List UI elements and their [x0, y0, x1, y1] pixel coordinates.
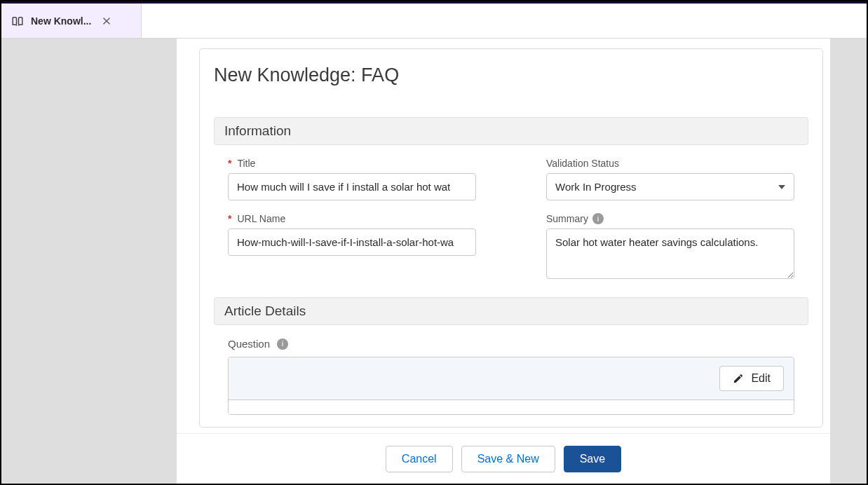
field-summary: Summary i Solar hot water heater savings… — [546, 213, 794, 282]
chevron-down-icon — [778, 185, 785, 189]
question-body[interactable] — [229, 400, 794, 414]
validation-status-select[interactable]: Work In Progress — [546, 173, 794, 200]
action-bar: Cancel Save & New Save — [177, 433, 830, 484]
save-and-new-button[interactable]: Save & New — [461, 446, 555, 472]
field-title: Title — [228, 158, 476, 200]
url-name-label: URL Name — [228, 213, 476, 224]
title-input[interactable] — [228, 173, 476, 200]
question-toolbar: Edit — [229, 357, 794, 400]
page-title: New Knowledge: FAQ — [214, 64, 822, 86]
edit-button-label: Edit — [751, 372, 771, 385]
info-icon: i — [277, 339, 288, 350]
close-icon[interactable] — [98, 13, 115, 29]
cancel-button[interactable]: Cancel — [386, 446, 453, 472]
question-label-text: Question — [228, 338, 270, 350]
save-button[interactable]: Save — [564, 446, 621, 472]
form-panel: New Knowledge: FAQ Information Title URL… — [199, 48, 823, 428]
section-article-details: Article Details — [214, 297, 808, 325]
info-icon: i — [592, 213, 604, 224]
validation-status-value: Work In Progress — [555, 181, 637, 193]
field-url-name: URL Name — [228, 213, 476, 256]
tab-new-knowledge[interactable]: New Knowl... — [1, 4, 142, 38]
book-icon — [11, 15, 24, 27]
tab-label: New Knowl... — [31, 15, 91, 27]
question-label: Question i — [228, 338, 794, 350]
question-editor: Edit — [228, 357, 794, 415]
url-name-input[interactable] — [228, 228, 476, 256]
summary-label: Summary i — [546, 213, 794, 224]
tab-bar: New Knowl... — [1, 4, 867, 39]
edit-button[interactable]: Edit — [719, 366, 784, 391]
title-label: Title — [228, 158, 476, 169]
summary-label-text: Summary — [546, 213, 588, 224]
work-area: New Knowledge: FAQ Information Title URL… — [177, 39, 830, 484]
section-information: Information — [214, 117, 808, 145]
field-validation-status: Validation Status Work In Progress — [546, 158, 794, 200]
validation-status-label: Validation Status — [546, 158, 794, 169]
pencil-icon — [733, 373, 744, 384]
summary-textarea[interactable]: Solar hot water heater savings calculati… — [546, 228, 794, 279]
